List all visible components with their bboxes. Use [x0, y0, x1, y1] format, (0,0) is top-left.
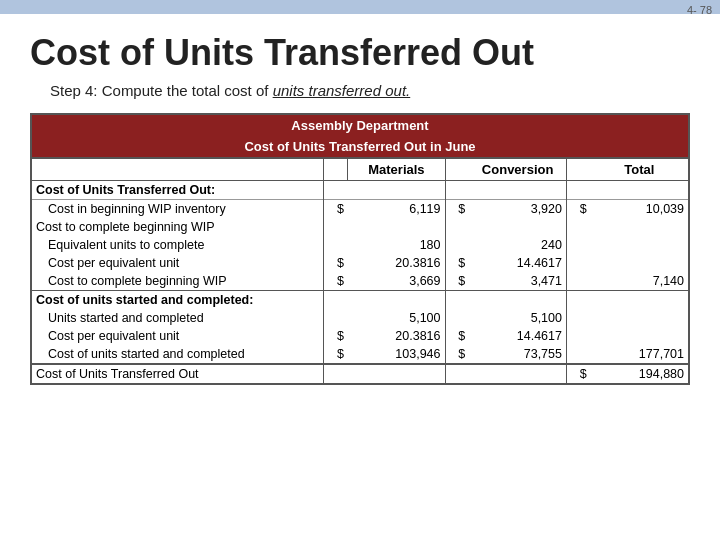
table-header2: Cost of Units Transferred Out in June	[32, 136, 688, 158]
cost-table: Assembly Department Cost of Units Transf…	[32, 115, 688, 383]
table-row: Cost per equivalent unit$20.3816$14.4617	[32, 327, 688, 345]
row-label: Equivalent units to complete	[32, 236, 324, 254]
row-label: Cost of units started and completed	[32, 345, 324, 364]
col-desc	[32, 158, 324, 181]
row-label: Cost of Units Transferred Out:	[32, 181, 324, 200]
subtitle: Step 4: Compute the total cost of units …	[50, 82, 690, 99]
col-total-dollar	[566, 158, 590, 181]
row-label: Cost of Units Transferred Out	[32, 364, 324, 383]
row-label: Cost of units started and completed:	[32, 291, 324, 310]
subtitle-text: Step 4: Compute the total cost of	[50, 82, 273, 99]
row-label: Cost in beginning WIP inventory	[32, 200, 324, 219]
table-header-row2: Cost of Units Transferred Out in June	[32, 136, 688, 158]
table-row: Cost of units started and completed$103,…	[32, 345, 688, 364]
subtitle-italic: units transferred out.	[273, 82, 411, 99]
row-label: Cost per equivalent unit	[32, 327, 324, 345]
table-row: Cost per equivalent unit$20.3816$14.4617	[32, 254, 688, 272]
row-label: Cost to complete beginning WIP	[32, 218, 324, 236]
col-total: Total	[591, 158, 688, 181]
table-body: Cost of Units Transferred Out:Cost in be…	[32, 181, 688, 384]
table-row: Units started and completed5,1005,100	[32, 309, 688, 327]
table-row: Cost to complete beginning WIP	[32, 218, 688, 236]
table-row: Equivalent units to complete180240	[32, 236, 688, 254]
top-bar	[0, 0, 720, 14]
col-conv-dollar	[445, 158, 469, 181]
table-header1: Assembly Department	[32, 115, 688, 136]
table-header-row1: Assembly Department	[32, 115, 688, 136]
table-row: Cost in beginning WIP inventory$6,119$3,…	[32, 200, 688, 219]
slide-content: Cost of Units Transferred Out Step 4: Co…	[0, 14, 720, 395]
row-label: Cost to complete beginning WIP	[32, 272, 324, 291]
table-col-headers: Materials Conversion Total	[32, 158, 688, 181]
table-row: Cost of Units Transferred Out:	[32, 181, 688, 200]
col-mat-dollar	[324, 158, 348, 181]
table-row: Cost to complete beginning WIP$3,669$3,4…	[32, 272, 688, 291]
cost-table-wrapper: Assembly Department Cost of Units Transf…	[30, 113, 690, 385]
table-row: Cost of units started and completed:	[32, 291, 688, 310]
page-title: Cost of Units Transferred Out	[30, 32, 690, 74]
row-label: Units started and completed	[32, 309, 324, 327]
row-label: Cost per equivalent unit	[32, 254, 324, 272]
col-conversion: Conversion	[469, 158, 566, 181]
table-row: Cost of Units Transferred Out$194,880	[32, 364, 688, 383]
col-materials: Materials	[348, 158, 445, 181]
slide-number: 4- 78	[687, 4, 712, 16]
